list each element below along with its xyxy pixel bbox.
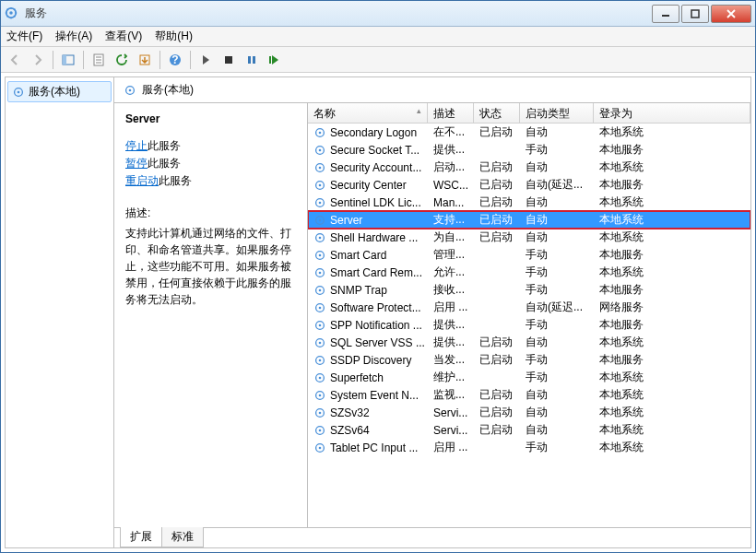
- cell-startup: 手动: [520, 246, 594, 264]
- table-row[interactable]: Security CenterWSC...已启动自动(延迟...本地服务: [308, 176, 750, 194]
- cell-logon: 本地系统: [594, 439, 750, 456]
- svg-point-28: [319, 183, 322, 186]
- cell-desc: 监视...: [428, 386, 474, 404]
- tree-pane: 服务(本地): [6, 77, 114, 547]
- cell-logon: 本地系统: [594, 334, 750, 351]
- cell-desc: 提供...: [428, 316, 474, 334]
- table-row[interactable]: Tablet PC Input ...启用 ...手动本地系统: [308, 439, 750, 456]
- services-window: 服务 文件(F) 操作(A) 查看(V) 帮助(H) ?: [0, 0, 756, 553]
- table-row[interactable]: Sentinel LDK Lic...Man...已启动自动本地系统: [308, 194, 750, 211]
- cell-status: 已启动: [474, 176, 520, 194]
- tree-root-label: 服务(本地): [29, 84, 80, 100]
- description-label: 描述:: [125, 206, 296, 221]
- properties-button[interactable]: [89, 50, 109, 70]
- cell-name: Server: [308, 213, 428, 228]
- toolbar: ?: [1, 47, 755, 73]
- refresh-button[interactable]: [112, 50, 132, 70]
- col-name[interactable]: 名称: [308, 103, 428, 123]
- cell-startup: 自动(延迟...: [520, 176, 594, 194]
- main-content: Server 停止此服务 暂停此服务 重启动此服务 描述: 支持此计算机通过网络…: [114, 103, 750, 527]
- svg-point-40: [319, 288, 322, 291]
- back-button[interactable]: [5, 50, 25, 70]
- help-button[interactable]: ?: [165, 50, 185, 70]
- stop-link[interactable]: 停止: [125, 139, 148, 152]
- table-row[interactable]: Security Account...启动...已启动自动本地系统: [308, 159, 750, 176]
- table-row[interactable]: System Event N...监视...已启动自动本地系统: [308, 386, 750, 404]
- show-hide-tree-button[interactable]: [58, 50, 78, 70]
- cell-logon: 本地系统: [594, 229, 750, 246]
- cell-name: Software Protect...: [308, 300, 428, 315]
- cell-name: SPP Notification ...: [308, 318, 428, 333]
- close-button[interactable]: [711, 5, 751, 23]
- table-row[interactable]: Software Protect...启用 ...自动(延迟...网络服务: [308, 299, 750, 316]
- table-row[interactable]: Secure Socket T...提供...手动本地服务: [308, 141, 750, 159]
- maximize-button[interactable]: [681, 5, 709, 23]
- service-rows[interactable]: Secondary Logon在不...已启动自动本地系统Secure Sock…: [308, 124, 750, 527]
- table-row[interactable]: Shell Hardware ...为自...已启动自动本地系统: [308, 229, 750, 246]
- cell-status: [474, 447, 520, 449]
- cell-logon: 本地服务: [594, 281, 750, 299]
- menu-file[interactable]: 文件(F): [6, 29, 42, 44]
- forward-button[interactable]: [28, 50, 48, 70]
- cell-startup: 自动: [520, 124, 594, 141]
- tab-standard[interactable]: 标准: [161, 527, 204, 547]
- cell-status: 已启动: [474, 421, 520, 439]
- cell-desc: 管理...: [428, 246, 474, 264]
- main-header-title: 服务(本地): [142, 82, 194, 98]
- svg-point-38: [319, 271, 322, 274]
- svg-point-36: [319, 253, 322, 256]
- svg-point-56: [319, 429, 322, 431]
- cell-startup: 自动: [520, 194, 594, 211]
- cell-name: Smart Card: [308, 248, 428, 263]
- cell-name: System Event N...: [308, 388, 428, 403]
- menu-action[interactable]: 操作(A): [55, 29, 92, 44]
- table-row[interactable]: SNMP Trap接收...手动本地服务: [308, 281, 750, 299]
- export-button[interactable]: [135, 50, 155, 70]
- pause-link[interactable]: 暂停: [125, 157, 148, 170]
- cell-desc: 启动...: [428, 159, 474, 176]
- stop-service-button[interactable]: [219, 50, 239, 70]
- minimize-button[interactable]: [652, 5, 679, 23]
- col-desc[interactable]: 描述: [428, 103, 474, 123]
- tree-root-item[interactable]: 服务(本地): [7, 81, 112, 102]
- cell-status: [474, 289, 520, 291]
- table-row[interactable]: SQL Server VSS ...提供...已启动自动本地系统: [308, 334, 750, 351]
- cell-name: Smart Card Rem...: [308, 265, 428, 280]
- cell-name: SNMP Trap: [308, 283, 428, 298]
- cell-name: Superfetch: [308, 371, 428, 385]
- table-row[interactable]: Secondary Logon在不...已启动自动本地系统: [308, 124, 750, 141]
- table-row[interactable]: Server支持...已启动自动本地系统: [308, 211, 750, 229]
- cell-desc: Man...: [428, 195, 474, 210]
- cell-status: [474, 272, 520, 274]
- table-row[interactable]: SZSv64Servi...已启动自动本地系统: [308, 421, 750, 439]
- table-row[interactable]: Superfetch维护...手动本地系统: [308, 369, 750, 386]
- svg-point-26: [319, 166, 322, 169]
- svg-rect-5: [63, 55, 66, 65]
- table-row[interactable]: SZSv32Servi...已启动自动本地系统: [308, 404, 750, 421]
- cell-desc: Servi...: [428, 423, 474, 438]
- restart-service-button[interactable]: [265, 50, 285, 70]
- start-service-button[interactable]: [195, 50, 216, 70]
- cell-status: 已启动: [474, 159, 520, 176]
- restart-link[interactable]: 重启动: [125, 174, 159, 187]
- menu-view[interactable]: 查看(V): [105, 29, 142, 44]
- menu-help[interactable]: 帮助(H): [155, 29, 193, 44]
- body: 服务(本地) 服务(本地) Server 停止此服务 暂停此服务 重启动此服务 …: [5, 76, 751, 548]
- pause-service-button[interactable]: [242, 50, 262, 70]
- col-startup[interactable]: 启动类型: [520, 103, 594, 123]
- svg-point-34: [319, 236, 322, 239]
- col-logon[interactable]: 登录为: [594, 103, 750, 123]
- table-row[interactable]: Smart Card Rem...允许...手动本地系统: [308, 264, 750, 281]
- svg-point-58: [319, 446, 322, 449]
- table-row[interactable]: Smart Card管理...手动本地服务: [308, 246, 750, 264]
- table-row[interactable]: SSDP Discovery当发...已启动手动本地服务: [308, 351, 750, 369]
- cell-logon: 本地系统: [594, 386, 750, 404]
- table-row[interactable]: SPP Notification ...提供...手动本地服务: [308, 316, 750, 334]
- app-icon: [5, 6, 19, 21]
- cell-desc: 启用 ...: [428, 299, 474, 316]
- menubar: 文件(F) 操作(A) 查看(V) 帮助(H): [1, 27, 755, 47]
- col-status[interactable]: 状态: [474, 103, 520, 123]
- cell-status: 已启动: [474, 386, 520, 404]
- tabs: 扩展 标准: [114, 527, 750, 547]
- tab-extended[interactable]: 扩展: [120, 527, 162, 547]
